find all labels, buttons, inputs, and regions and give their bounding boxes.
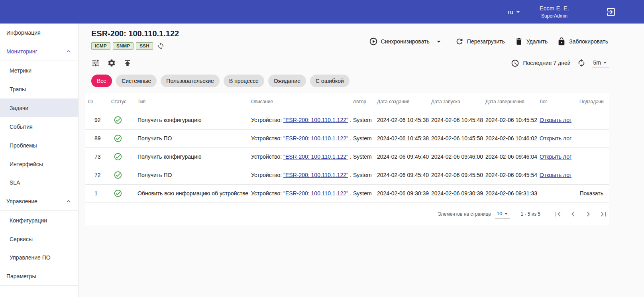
sidebar-item-label: Сервисы bbox=[10, 236, 33, 242]
last-page-button[interactable] bbox=[599, 209, 608, 219]
description-prefix: Устройство: bbox=[251, 190, 283, 197]
auto-refresh-button[interactable] bbox=[577, 59, 586, 67]
filter-chip[interactable]: Пользовательские bbox=[161, 75, 220, 87]
open-log-link[interactable]: Открыть лог bbox=[540, 172, 571, 178]
device-link[interactable]: "ESR-200: 100.110.1.122" bbox=[283, 135, 348, 142]
protocol-badge: SSH bbox=[136, 42, 153, 50]
sidebar-item[interactable]: Сервисы bbox=[0, 230, 78, 248]
task-finished: 2024-02-06 09:31:33 bbox=[482, 184, 536, 203]
language-selector[interactable]: ru bbox=[508, 8, 522, 16]
page-range-label: 1 - 5 из 5 bbox=[520, 211, 540, 217]
reboot-label: Перезагрузить bbox=[467, 38, 505, 45]
sidebar-item[interactable]: Интерфейсы bbox=[0, 155, 78, 173]
trash-icon bbox=[514, 37, 523, 46]
table-row: 1 Обновить всю информацию об устройстве … bbox=[85, 184, 609, 203]
filter-chip[interactable]: В процессе bbox=[224, 75, 264, 87]
sidebar-item[interactable]: События bbox=[0, 117, 78, 136]
task-status-cell bbox=[108, 166, 134, 184]
app-layout: Информация Мониторинг Метрики Тр bbox=[0, 24, 644, 297]
column-header: Дата создания bbox=[374, 93, 428, 111]
filter-chip[interactable]: Все bbox=[91, 75, 112, 87]
refresh-availability-button[interactable] bbox=[157, 42, 165, 50]
settings-button[interactable] bbox=[107, 59, 116, 67]
table-row: 73 Получить конфигурацию Устройство: "ES… bbox=[85, 148, 609, 166]
chevron-right-icon bbox=[583, 209, 593, 219]
sidebar-item-label: Метрики bbox=[10, 67, 31, 74]
filter-chip[interactable]: С ошибкой bbox=[310, 75, 349, 87]
task-finished: 2024-02-06 09:45:54 bbox=[482, 166, 536, 184]
open-log-link[interactable]: Открыть лог bbox=[540, 117, 571, 123]
device-link[interactable]: "ESR-200: 100.110.1.122" bbox=[283, 172, 348, 178]
refresh-interval-value: 5m bbox=[593, 59, 601, 66]
task-author: System bbox=[350, 166, 374, 184]
sidebar-item-label: Управление bbox=[6, 198, 37, 205]
open-log-link[interactable]: Открыть лог bbox=[540, 153, 571, 160]
task-author: System bbox=[350, 111, 374, 129]
device-link[interactable]: "ESR-200: 100.110.1.122" bbox=[283, 117, 348, 123]
filter-chip[interactable]: Ожидание bbox=[268, 75, 306, 87]
task-id: 73 bbox=[85, 148, 108, 166]
device-link[interactable]: "ESR-200: 100.110.1.122" bbox=[283, 190, 348, 197]
period-selector[interactable]: Последние 7 дней bbox=[511, 59, 570, 67]
task-created: 2024-02-06 09:45:40 bbox=[374, 148, 428, 166]
open-log-link[interactable]: Открыть лог bbox=[540, 135, 571, 142]
sidebar-item[interactable]: Метрики bbox=[0, 61, 78, 80]
refresh-interval-select[interactable]: 5m bbox=[592, 59, 609, 67]
show-subtasks-button[interactable]: Показать bbox=[579, 190, 603, 197]
language-label: ru bbox=[508, 8, 513, 15]
previous-page-button[interactable] bbox=[568, 209, 578, 219]
sidebar-item[interactable]: Параметры bbox=[0, 267, 78, 286]
task-started: 2024-02-06 10:45:58 bbox=[428, 129, 482, 148]
table-row: 92 Получить конфигурацию Устройство: "ES… bbox=[85, 111, 609, 129]
device-link[interactable]: "ESR-200: 100.110.1.122" bbox=[283, 153, 348, 160]
user-name-link[interactable]: Eccm E. E. bbox=[540, 5, 569, 12]
sidebar-item-label: Задачи bbox=[10, 105, 28, 111]
user-menu[interactable]: Eccm E. E. SuperAdmin bbox=[540, 5, 569, 19]
block-button[interactable]: Заблокировать bbox=[556, 35, 609, 47]
sidebar-item[interactable]: Информация bbox=[0, 24, 78, 42]
sidebar-item[interactable]: Проблемы bbox=[0, 136, 78, 155]
logout-icon bbox=[606, 7, 616, 17]
column-header: Дата завершения bbox=[482, 93, 536, 111]
description-prefix: Устройство: bbox=[251, 117, 283, 123]
block-label: Заблокировать bbox=[569, 38, 608, 45]
sidebar-item[interactable]: Управление bbox=[0, 192, 78, 211]
synchronize-button[interactable]: Синхронизировать bbox=[368, 35, 430, 47]
task-subtasks-cell bbox=[576, 166, 609, 184]
reboot-button[interactable]: Перезагрузить bbox=[454, 35, 506, 47]
lock-icon bbox=[557, 37, 566, 46]
task-status-cell bbox=[108, 184, 134, 203]
first-page-button[interactable] bbox=[553, 209, 563, 219]
sidebar-item[interactable]: Конфигурации bbox=[0, 211, 78, 230]
logout-button[interactable] bbox=[606, 7, 616, 17]
delete-button[interactable]: Удалить bbox=[514, 35, 548, 47]
filter-columns-button[interactable] bbox=[91, 59, 100, 67]
filter-chip[interactable]: Системные bbox=[116, 75, 157, 87]
column-header: ID bbox=[85, 93, 108, 111]
chevron-left-icon bbox=[568, 209, 578, 219]
task-log-cell: Открыть лог bbox=[536, 129, 576, 148]
task-finished: 2024-02-06 09:46:04 bbox=[482, 148, 536, 166]
sidebar-item-label: Проблемы bbox=[10, 142, 37, 149]
filter-chips: Все Системные Пользовательские В процесс… bbox=[85, 71, 609, 93]
synchronize-options-button[interactable] bbox=[434, 37, 443, 46]
task-author: System bbox=[350, 148, 374, 166]
column-header: Тип bbox=[134, 93, 248, 111]
upload-icon bbox=[123, 59, 132, 67]
chevron-down-icon bbox=[601, 59, 609, 67]
sidebar-item[interactable]: Мониторинг bbox=[0, 42, 78, 61]
sidebar-item[interactable]: SLA bbox=[0, 173, 78, 192]
task-id: 72 bbox=[85, 166, 108, 184]
sidebar-item[interactable]: Задачи bbox=[0, 98, 78, 117]
column-header: Статус bbox=[108, 93, 134, 111]
upload-button[interactable] bbox=[123, 59, 132, 67]
task-started: 2024-02-06 09:45:50 bbox=[428, 166, 482, 184]
sidebar-item[interactable]: Трапы bbox=[0, 80, 78, 98]
sidebar-item-label: Мониторинг bbox=[6, 48, 37, 55]
sidebar-item-label: Параметры bbox=[6, 273, 36, 279]
items-per-page-select[interactable]: 10 bbox=[495, 210, 510, 218]
task-created: 2024-02-06 10:45:38 bbox=[374, 111, 428, 129]
sidebar-item[interactable]: Управление ПО bbox=[0, 248, 78, 267]
task-status-cell bbox=[108, 129, 134, 148]
next-page-button[interactable] bbox=[583, 209, 593, 219]
